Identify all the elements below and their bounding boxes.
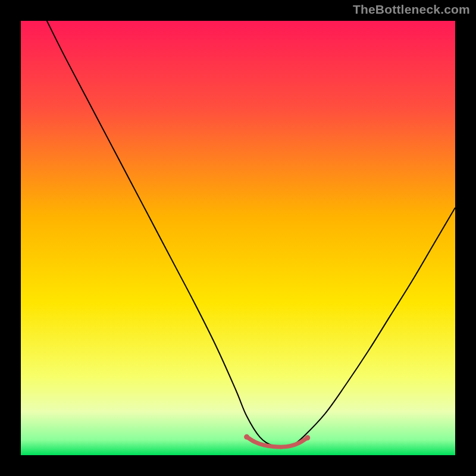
bottleneck-chart	[0, 0, 476, 476]
valley-endpoint	[244, 434, 249, 440]
plot-background-gradient	[21, 21, 455, 455]
valley-endpoint	[305, 435, 310, 440]
watermark-text: TheBottleneck.com	[353, 2, 470, 17]
